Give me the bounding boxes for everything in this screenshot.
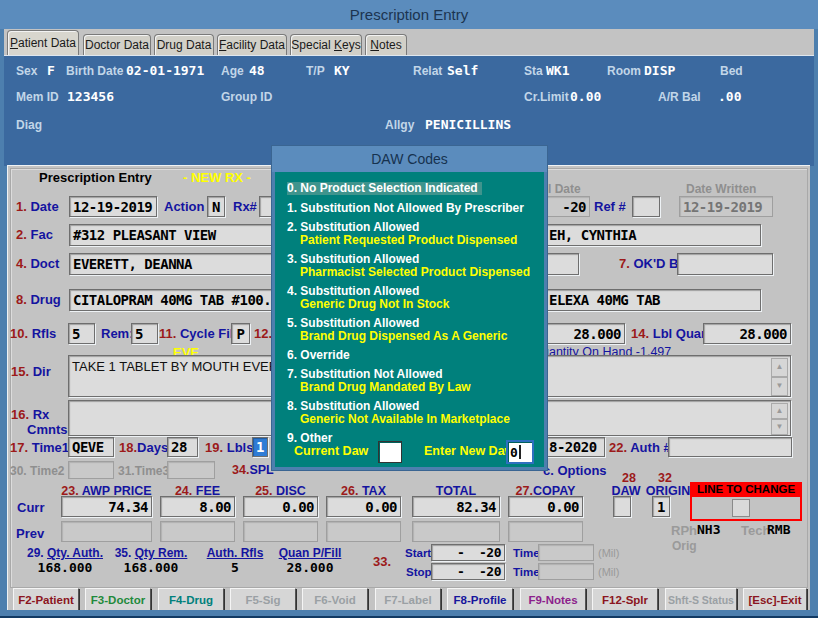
f8-profile-button[interactable]: F8-Profile	[447, 588, 513, 611]
tab-label: Special Keys	[291, 38, 360, 52]
shft-s-status-button[interactable]: Shft-S Status	[665, 588, 737, 611]
window-bottom-edge	[0, 610, 818, 618]
daw-input[interactable]	[613, 496, 631, 517]
qty-rem-value: 168.000	[111, 560, 191, 575]
start-date-input[interactable]: - -20	[431, 544, 505, 561]
current-daw-input[interactable]	[378, 441, 402, 463]
stop-label: Stop	[406, 566, 432, 578]
relat-label: Relat	[413, 64, 442, 78]
okd-by-input[interactable]	[677, 253, 773, 275]
tab-label: Notes	[370, 38, 401, 52]
cmnts-spinner[interactable]: ▲▼	[771, 403, 788, 433]
days-input[interactable]: 28	[167, 437, 198, 457]
f7-label-button[interactable]: F7-Label	[375, 588, 441, 611]
tech-value: RMB	[767, 522, 790, 537]
ref-number-input[interactable]	[632, 196, 660, 217]
rx-cmnts-label: 16. RxCmnts	[11, 407, 67, 437]
auth-rfls-label: Auth. Rfls	[201, 546, 269, 560]
stop-date-input[interactable]: - -20	[431, 563, 505, 580]
f9-notes-button[interactable]: F9-Notes	[520, 588, 586, 611]
daw-option-3[interactable]: 3. Substitution AllowedPharmacist Select…	[287, 253, 544, 279]
spin-up-icon[interactable]: ▲	[771, 403, 788, 419]
daw-option-2[interactable]: 2. Substitution AllowedPatient Requested…	[287, 221, 544, 247]
daw-option-6[interactable]: 6. Override	[287, 349, 544, 362]
time3-input[interactable]	[167, 461, 215, 479]
tab-patient-data[interactable]: Patient Data	[7, 30, 79, 55]
auth-number-input[interactable]	[668, 437, 792, 457]
tab-drug-data[interactable]: Drug Data	[154, 34, 214, 55]
facility-right-input[interactable]: EH, CYNTHIA	[545, 224, 761, 246]
lbls-label: 19. Lbls	[205, 440, 253, 455]
lbl-quan-input[interactable]: 28.000	[703, 323, 791, 344]
tp-value: KY	[334, 63, 350, 78]
f6-void-button[interactable]: F6-Void	[302, 588, 368, 611]
doctor-right-fragment-input[interactable]	[545, 253, 579, 275]
spin-down-icon[interactable]: ▼	[771, 419, 788, 435]
date-input[interactable]: 12-19-2019	[69, 196, 157, 217]
line-to-change-input[interactable]	[732, 499, 750, 517]
enter-new-daw-input[interactable]: 0	[506, 440, 534, 464]
tab-label: Patient Data	[10, 36, 76, 50]
tab-doctor-data[interactable]: Doctor Data	[83, 34, 151, 55]
disc-prev-input[interactable]	[243, 521, 318, 542]
allgy-label: Allgy	[385, 118, 414, 132]
dir-spinner[interactable]: ▲▼	[771, 358, 788, 394]
action-label: Action	[164, 199, 204, 214]
cycle-fill-input[interactable]: P	[231, 323, 250, 344]
spin-up-icon[interactable]: ▲	[771, 358, 788, 377]
tab-facility-data[interactable]: Facility Data	[217, 34, 287, 55]
total-curr-input[interactable]: 82.34	[412, 496, 500, 517]
spin-down-icon[interactable]: ▼	[771, 377, 788, 396]
f3-doctor-button[interactable]: F3-Doctor	[85, 588, 151, 611]
daw-option-8[interactable]: 8. Substitution AllowedGeneric Not Avail…	[287, 400, 544, 426]
lbls-input[interactable]: 1	[252, 437, 268, 457]
fee-prev-input[interactable]	[160, 521, 235, 542]
tab-notes[interactable]: Notes	[365, 34, 407, 55]
time3-label: 31.Time3	[118, 464, 169, 478]
time2-input[interactable]	[68, 461, 114, 479]
copay-prev-input[interactable]	[508, 521, 583, 542]
drug-brand-input[interactable]: ELEXA 40MG TAB	[545, 289, 761, 311]
start-time-input[interactable]	[538, 544, 594, 561]
prev-row-label: Prev	[16, 526, 44, 541]
f12-splr-button[interactable]: F12-Splr	[592, 588, 658, 611]
bed-label: Bed	[720, 64, 743, 78]
action-input[interactable]: N	[207, 196, 225, 217]
fill-date-input[interactable]: -20	[545, 196, 590, 217]
tax-curr-input[interactable]: 0.00	[326, 496, 401, 517]
tab-special-keys[interactable]: Special Keys	[290, 34, 362, 55]
awp-curr-input[interactable]: 74.34	[61, 496, 152, 517]
daw-option-4[interactable]: 4. Substitution AllowedGeneric Drug Not …	[287, 285, 544, 311]
f2-patient-button[interactable]: F2-Patient	[13, 588, 79, 611]
quan-input[interactable]: 28.000	[545, 323, 625, 344]
quan-pfill-value: 28.000	[273, 560, 347, 575]
awp-prev-input[interactable]	[61, 521, 152, 542]
disc-curr-input[interactable]: 0.00	[243, 496, 318, 517]
rfls-input[interactable]: 5	[68, 323, 95, 344]
copay-curr-input[interactable]: 0.00	[508, 496, 583, 517]
esc-exit-button[interactable]: [Esc]-Exit	[743, 588, 807, 611]
expire-date-input[interactable]: 8-2020	[545, 437, 605, 457]
time1-input[interactable]: QEVE	[68, 437, 114, 457]
daw-option-7[interactable]: 7. Substitution Not AllowedBrand Drug Ma…	[287, 368, 544, 394]
date-written-input[interactable]: 12-19-2019	[679, 196, 773, 217]
auth-number-label: 22. Auth #	[609, 440, 671, 455]
f5-sig-button[interactable]: F5-Sig	[230, 588, 296, 611]
origin-input[interactable]: 1	[652, 496, 670, 517]
f4-drug-button[interactable]: F4-Drug	[158, 588, 224, 611]
fee-curr-input[interactable]: 8.00	[160, 496, 235, 517]
stop-time-input[interactable]	[538, 563, 594, 580]
daw-option-5[interactable]: 5. Substitution AllowedBrand Drug Dispen…	[287, 317, 544, 343]
qty-auth-label: 29. Qty. Auth.	[23, 546, 107, 560]
daw-option-1[interactable]: 1. Substitution Not Allowed By Prescribe…	[287, 202, 544, 215]
rem-input[interactable]: 5	[131, 323, 158, 344]
fac-label: 2. Fac	[16, 227, 53, 242]
total-prev-input[interactable]	[412, 521, 500, 542]
rfls-label: 10. Rfls	[10, 326, 56, 341]
daw-field-number: 28	[614, 471, 644, 485]
tax-prev-input[interactable]	[326, 521, 401, 542]
window-title: Prescription Entry	[350, 6, 468, 23]
qty-auth-value: 168.000	[23, 560, 107, 575]
diag-label: Diag	[16, 118, 42, 132]
daw-option-0[interactable]: 0. No Product Selection Indicated	[287, 178, 544, 196]
